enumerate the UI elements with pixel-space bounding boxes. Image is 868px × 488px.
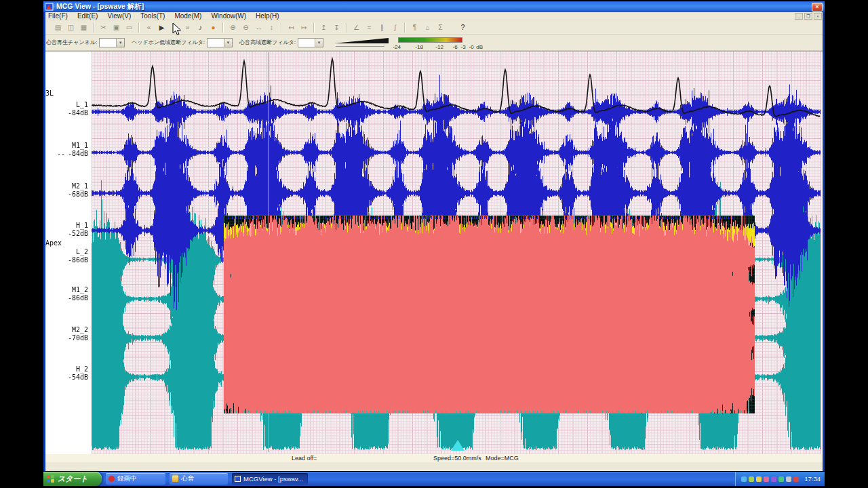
titlebar[interactable]: MCG View - [pswave 解析] ×	[43, 1, 825, 12]
open-file-icon[interactable]: ▤	[52, 22, 64, 33]
chevron-down-icon[interactable]: ▼	[315, 39, 323, 47]
taskbar-clock[interactable]: 17:34	[804, 475, 821, 483]
tray-network-icon[interactable]	[793, 476, 799, 482]
app-window: MCG View - [pswave 解析] × File(F)Edit(E)V…	[43, 1, 825, 471]
folder-icon	[172, 476, 178, 482]
zoom-out-icon[interactable]: ⊖	[239, 22, 252, 33]
menu-item-view[interactable]: View(V)	[102, 12, 136, 20]
help-icon[interactable]: ?	[456, 22, 469, 33]
channel-label: H_1	[43, 222, 88, 229]
child-close-button[interactable]: ×	[814, 13, 822, 20]
tray-volume-icon[interactable]	[786, 476, 791, 482]
child-window-controls: _ ❐ ×	[795, 12, 822, 20]
vu-meter: -24-18-12-6-3-0dB	[398, 35, 507, 50]
tray-messenger-icon[interactable]	[764, 476, 769, 482]
child-minimize-button[interactable]: _	[795, 13, 803, 20]
shift-right-icon[interactable]: ↦	[298, 22, 311, 33]
screen: MCG View - [pswave 解析] × File(F)Edit(E)V…	[0, 0, 868, 488]
mode-indicator: Mode=MCG	[486, 455, 519, 462]
cut-icon[interactable]: ✂	[97, 22, 110, 33]
window-title: MCG View - [pswave 解析]	[56, 2, 144, 12]
channel-gain-label: -52dB	[43, 230, 88, 237]
menu-item-file[interactable]: File(F)	[43, 12, 73, 20]
recording-icon	[108, 476, 115, 482]
system-tray: 17:34	[735, 472, 825, 486]
magnified-overlay-window[interactable]	[224, 216, 755, 413]
print-icon[interactable]: ▦	[77, 22, 90, 33]
vu-scale-label: -18	[415, 44, 423, 50]
measure-area-icon[interactable]: ∫	[389, 22, 401, 33]
tray-ime-icon[interactable]	[756, 476, 762, 482]
toolbar-separator	[313, 22, 315, 33]
vu-scale-label: -3	[461, 44, 466, 50]
taskbar-task-recording[interactable]: 録画中	[106, 473, 165, 485]
toolbar-separator	[222, 22, 224, 33]
vu-scale-label: dB	[476, 44, 483, 50]
tick-marks: --	[57, 150, 65, 157]
taskbar-task-folder[interactable]: 心音	[170, 473, 228, 485]
event-mark-icon[interactable]: Σ	[434, 22, 447, 33]
v-scale-icon[interactable]: ↕	[265, 22, 278, 33]
record-icon[interactable]: ●	[207, 22, 220, 33]
start-button[interactable]: スタート	[43, 472, 102, 486]
menu-item-edit[interactable]: Edit(E)	[73, 12, 103, 20]
taskbar-task-mcgview[interactable]: MCGView - [pswav...	[232, 473, 308, 485]
chevron-down-icon[interactable]: ▼	[116, 39, 124, 47]
combo-value	[298, 39, 315, 47]
menu-item-help[interactable]: Help(H)	[251, 12, 283, 20]
channel-label: M1_1	[43, 142, 88, 149]
volume-wedge[interactable]	[334, 36, 391, 49]
next-record-icon[interactable]: »	[181, 22, 194, 33]
chevron-down-icon[interactable]: ▼	[224, 39, 232, 47]
menubar: File(F)Edit(E)View(V)Tools(T)Mode(M)Wind…	[43, 12, 825, 20]
copy-icon[interactable]: ▣	[110, 22, 123, 33]
app-icon	[235, 476, 241, 482]
tray-antivirus-icon[interactable]	[778, 476, 784, 482]
vu-scale-label: -24	[393, 44, 401, 50]
combo-label-1: ヘッドホン低域遮断フィルタ:	[132, 39, 205, 46]
tray-tool-icon[interactable]	[771, 476, 776, 482]
lead-group-label-3l: 3L	[45, 89, 54, 97]
lead-off-indicator: Lead off=	[292, 455, 317, 462]
task-label: MCGView - [pswav...	[243, 475, 303, 483]
sound-channel-select[interactable]: ▼	[99, 38, 125, 47]
window-border-left	[43, 12, 45, 471]
annotation-icon[interactable]: ¶	[408, 22, 421, 33]
channel-gain-label: -84dB	[43, 150, 88, 157]
save-file-icon[interactable]: ◫	[64, 22, 77, 33]
child-restore-button[interactable]: ❐	[804, 13, 812, 20]
measure-parallel-icon[interactable]: ∥	[376, 22, 389, 33]
measure-wave-icon[interactable]: ≈	[363, 22, 376, 33]
vu-meter-bar	[398, 37, 462, 43]
close-button[interactable]: ×	[812, 3, 823, 12]
menu-item-mode[interactable]: Mode(M)	[170, 12, 206, 20]
tray-display-icon[interactable]	[741, 476, 747, 482]
channel-label: L_1	[43, 101, 88, 108]
channel-gain-label: -86dB	[43, 256, 88, 264]
task-label: 心音	[181, 474, 194, 483]
gain-down-icon[interactable]: ↧	[330, 22, 343, 33]
toolbar: ▤◫▦✂▣▭«▶■»♪●⊕⊖↔↕↤↦↥↧∠≈∥∫¶⌂Σ?	[43, 20, 825, 35]
zoom-in-icon[interactable]: ⊕	[226, 22, 239, 33]
sound-highcut-select[interactable]: ▼	[298, 38, 323, 47]
shift-left-icon[interactable]: ↤	[285, 22, 298, 33]
paste-icon[interactable]: ▭	[123, 22, 136, 33]
measure-angle-icon[interactable]: ∠	[350, 22, 363, 33]
prev-record-icon[interactable]: «	[142, 22, 155, 33]
windows-flag-icon	[47, 475, 55, 483]
play-icon[interactable]: ▶	[155, 22, 168, 33]
menu-item-window[interactable]: Window(W)	[206, 12, 251, 20]
combo-label-0: 心音再生チャンネル:	[46, 39, 97, 46]
reset-view-icon[interactable]: ⌂	[421, 22, 434, 33]
headphone-lowcut-select[interactable]: ▼	[207, 38, 233, 47]
menu-item-tools[interactable]: Tools(T)	[136, 12, 170, 20]
speaker-icon[interactable]: ♪	[194, 22, 207, 33]
toolbar-separator	[404, 22, 406, 33]
channel-label: L_2	[43, 248, 88, 256]
channel-gain-label: -68dB	[43, 190, 88, 198]
channel-label: M1_2	[43, 286, 88, 293]
tray-update-icon[interactable]	[749, 476, 754, 482]
h-scale-icon[interactable]: ↔	[252, 22, 265, 33]
gain-up-icon[interactable]: ↥	[317, 22, 330, 33]
app-icon	[45, 3, 54, 11]
